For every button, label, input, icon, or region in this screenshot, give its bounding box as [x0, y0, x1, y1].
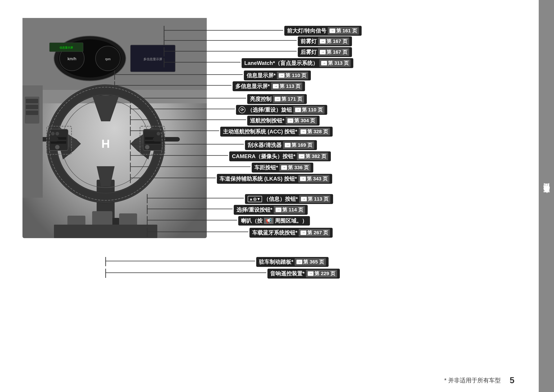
info-display-label: 信息显示屏* — [247, 72, 276, 79]
distance-page: 第 336 页 — [288, 164, 309, 171]
info-btn-page: 第 113 页 — [308, 196, 329, 203]
side-tab: 车辆各部件图 — [539, 0, 554, 392]
lkas-label: 车道保持辅助系统 (LKAS) 按钮* — [220, 175, 297, 182]
cruise-page: 第 304 页 — [294, 117, 315, 124]
bluetooth-label: 车载蓝牙系统按钮* — [252, 229, 297, 236]
info-btn-prefix: ▲◎▼ — [248, 196, 262, 202]
wiper-page: 第 169 页 — [291, 142, 313, 148]
audio-remote-label: 音响遥控装置* — [270, 270, 305, 277]
brightness-label: 亮度控制 — [250, 96, 271, 103]
footer-note: * 并非适用于所有车型 — [444, 377, 501, 384]
parking-brake-page: 第 365 页 — [303, 259, 324, 265]
info-display-page: 第 110 页 — [285, 72, 306, 79]
lkas-page: 第 343 页 — [307, 175, 328, 182]
wiper-label: 刮水器/清洗器 — [248, 141, 282, 149]
camera-page: 第 382 页 — [305, 153, 326, 160]
select-reset-btn-label: 选择/重设按钮* — [236, 206, 272, 213]
camera-label: CAMERA（摄像头）按钮* — [232, 153, 296, 160]
horn-label: 喇叭（按 — [241, 217, 263, 224]
distance-label: 车距按钮* — [254, 164, 278, 171]
info-btn-label: （信息）按钮* — [263, 196, 298, 203]
cruise-label: 巡航控制按钮* — [250, 117, 284, 124]
parking-brake-label: 驻车制动踏板* — [259, 258, 293, 266]
bluetooth-page: 第 267 页 — [307, 229, 328, 236]
main-content: km/h rpm 信息显示屏 多信息显示屏 — [0, 0, 539, 392]
select-reset-label: （选择/重设）旋钮 — [247, 106, 292, 113]
lanewatch-label: LaneWatch*（盲点显示系统） — [244, 60, 318, 67]
acc-page: 第 328 页 — [307, 128, 328, 135]
acc-label: 主动巡航控制系统 (ACC) 按钮* — [223, 128, 297, 135]
side-tab-text: 车辆各部件图 — [542, 193, 551, 199]
horn-label2: 周围区域。） — [275, 217, 307, 224]
footer: * 并非适用于所有车型 5 — [0, 376, 523, 385]
front-fog-label: 前雾灯 — [300, 38, 317, 45]
rear-fog-label: 后雾灯 — [300, 49, 317, 56]
footer-page: 5 — [510, 376, 514, 385]
brightness-page: 第 171 页 — [281, 96, 302, 102]
headlight-page: 第 161 页 — [336, 28, 357, 34]
headlight-label: 前大灯/转向信号 — [287, 27, 326, 34]
lanewatch-page: 第 313 页 — [328, 60, 349, 66]
select-reset-btn-page: 第 114 页 — [282, 206, 303, 213]
rear-fog-page: 第 167 页 — [327, 49, 348, 56]
multi-display-label: 多信息显示屏* — [235, 83, 270, 90]
front-fog-page: 第 167 页 — [327, 38, 348, 45]
audio-remote-page: 第 229 页 — [314, 270, 335, 277]
multi-display-page: 第 113 页 — [280, 83, 300, 90]
select-reset-page: 第 110 页 — [302, 106, 323, 113]
